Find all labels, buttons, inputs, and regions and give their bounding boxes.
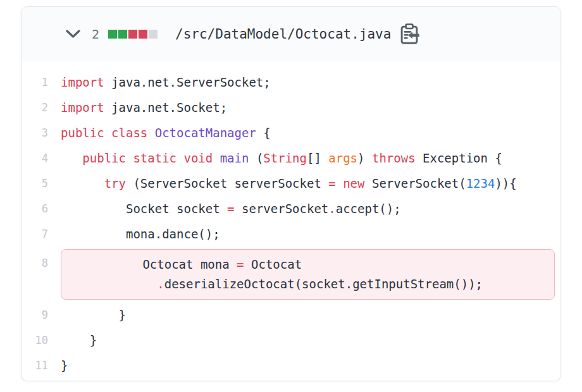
code-row: .deserializeOctocat(socket.getInputStrea… (70, 274, 545, 294)
code-line: 1import java.net.ServerSocket; (22, 70, 560, 95)
changes-count: 2 (92, 27, 99, 42)
code-row: Octocat mona = Octocat (70, 255, 545, 274)
chevron-down-icon[interactable] (65, 28, 82, 40)
diffstat-block-removed (128, 30, 137, 39)
code-row: Socket socket = serverSocket.accept(); (61, 202, 401, 216)
line-number: 2 (22, 101, 48, 114)
code-text: Socket socket = serverSocket.accept(); (61, 202, 401, 216)
code-row: public class OctocatManager { (61, 126, 271, 140)
code-line: 11} (22, 353, 560, 378)
code-line: 10 } (22, 328, 560, 353)
code-line: 5 try (ServerSocket serverSocket = new S… (22, 171, 560, 196)
code-text: public class OctocatManager { (61, 126, 271, 140)
code-line: 8 Octocat mona = Octocat .deserializeOct… (22, 247, 560, 302)
code-text: import java.net.Socket; (61, 101, 227, 114)
code-row: try (ServerSocket serverSocket = new Ser… (61, 176, 517, 190)
code-text: try (ServerSocket serverSocket = new Ser… (61, 176, 517, 190)
line-number: 7 (22, 228, 48, 240)
line-number: 5 (22, 177, 48, 190)
code-line: 9 } (22, 302, 560, 328)
code-line: 2import java.net.Socket; (22, 95, 560, 120)
line-number: 10 (22, 334, 48, 346)
copy-path-button[interactable] (399, 23, 420, 45)
code-row: } (61, 308, 126, 322)
code-row: } (61, 333, 97, 347)
line-number: 11 (22, 359, 48, 372)
code-text: import java.net.ServerSocket; (61, 75, 271, 89)
clipboard-icon (399, 23, 419, 45)
code-row: public static void main (String[] args) … (61, 151, 502, 165)
line-number: 3 (22, 126, 48, 139)
code-row: import java.net.ServerSocket; (61, 75, 271, 89)
code-line: 6 Socket socket = serverSocket.accept(); (22, 196, 560, 221)
diffstat-block-added (118, 30, 127, 39)
diffstat-blocks (108, 30, 158, 39)
file-diff-card: 2 /src/DataModel/Octocat.java 1import ja… (21, 6, 561, 381)
diffstat-block-neutral (149, 30, 158, 39)
code-view: 1import java.net.ServerSocket;2import ja… (22, 61, 560, 378)
line-number: 8 (22, 247, 48, 269)
file-header: 2 /src/DataModel/Octocat.java (22, 7, 560, 61)
code-line: 3public class OctocatManager { (22, 120, 560, 145)
code-text: } (61, 333, 97, 347)
vulnerable-line-highlight: Octocat mona = Octocat .deserializeOctoc… (61, 249, 555, 300)
code-row: } (61, 358, 68, 372)
code-row: mona.dance(); (61, 227, 220, 241)
code-line: 7 mona.dance(); (22, 221, 560, 247)
line-number: 6 (22, 202, 48, 215)
diffstat-block-removed (139, 30, 147, 39)
diffstat-block-added (108, 30, 117, 39)
code-text: } (61, 358, 68, 372)
code-text: mona.dance(); (61, 227, 220, 241)
file-path: /src/DataModel/Octocat.java (175, 27, 391, 42)
code-text: } (61, 308, 126, 322)
code-lines: 1import java.net.ServerSocket;2import ja… (22, 70, 560, 378)
line-number: 4 (22, 152, 48, 164)
code-row: import java.net.Socket; (61, 101, 227, 114)
code-text: public static void main (String[] args) … (61, 151, 502, 165)
line-number: 9 (22, 309, 48, 321)
code-line: 4 public static void main (String[] args… (22, 145, 560, 171)
line-number: 1 (22, 76, 48, 89)
